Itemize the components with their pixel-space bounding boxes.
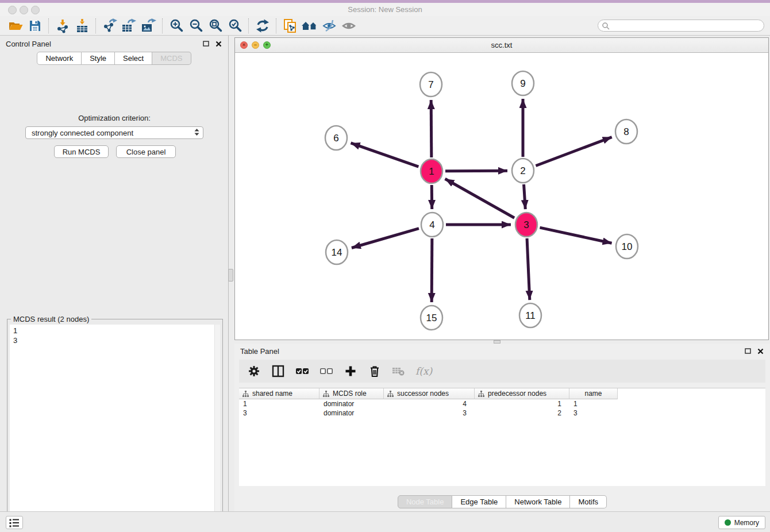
tab-network-table[interactable]: Network Table xyxy=(506,495,570,508)
node-2[interactable]: 2 xyxy=(512,159,534,183)
zoom-selected-button[interactable] xyxy=(225,17,245,34)
table-toolbar: f(x) xyxy=(239,360,765,383)
tab-node-table[interactable]: Node Table xyxy=(398,495,453,508)
optimization-criterion-label: Optimization criterion: xyxy=(0,114,229,122)
column-type-icon xyxy=(323,391,329,397)
column-label: MCDS role xyxy=(333,390,367,398)
close-panel-button[interactable]: Close panel xyxy=(116,145,176,158)
node-11[interactable]: 11 xyxy=(519,303,541,327)
network-window-titlebar[interactable]: × − + scc.txt xyxy=(235,38,768,53)
tab-motifs[interactable]: Motifs xyxy=(570,495,607,508)
node-4[interactable]: 4 xyxy=(421,213,443,237)
tab-style[interactable]: Style xyxy=(82,52,115,65)
window-title: Session: New Session xyxy=(0,3,770,16)
trash-icon xyxy=(368,364,382,378)
save-session-button[interactable] xyxy=(25,17,45,34)
table-cell: 4 xyxy=(384,400,475,408)
tab-select[interactable]: Select xyxy=(115,52,152,65)
table-tabs: Node TableEdge TableNetwork TableMotifs xyxy=(398,495,607,508)
close-table-panel-icon[interactable] xyxy=(756,347,764,355)
column-header-name[interactable]: name xyxy=(569,388,618,399)
save-disk-icon xyxy=(28,19,42,33)
toolbar-separator xyxy=(48,18,49,33)
edge-4-15[interactable] xyxy=(432,238,432,302)
tab-mcds[interactable]: MCDS xyxy=(152,52,191,65)
edge-1-2[interactable] xyxy=(445,171,507,171)
node-table[interactable]: shared nameMCDS rolesuccessor nodesprede… xyxy=(239,388,765,486)
hide-all-columns-button[interactable] xyxy=(319,364,333,378)
column-header-mcds-role[interactable]: MCDS role xyxy=(319,388,384,399)
network-window-title: scc.txt xyxy=(235,41,768,49)
table-settings-button[interactable] xyxy=(247,364,261,378)
column-header-successor-nodes[interactable]: successor nodes xyxy=(384,388,475,399)
zoom-out-button[interactable] xyxy=(186,17,206,34)
edge-2-3[interactable] xyxy=(524,184,526,209)
home-button[interactable] xyxy=(300,17,319,34)
node-1[interactable]: 1 xyxy=(421,159,442,183)
edge-4-14[interactable] xyxy=(352,229,419,248)
show-all-columns-button[interactable] xyxy=(295,364,309,378)
import-table-button[interactable] xyxy=(72,17,92,34)
duplicate-network-button[interactable] xyxy=(280,17,300,34)
search-box[interactable] xyxy=(598,20,764,32)
hide-panel-button[interactable] xyxy=(319,17,339,34)
add-column-button[interactable] xyxy=(344,364,357,378)
node-3[interactable]: 3 xyxy=(515,213,537,237)
export-table-button[interactable] xyxy=(120,17,139,34)
zoom-fit-button[interactable] xyxy=(206,17,225,34)
edge-3-11[interactable] xyxy=(527,238,530,300)
export-network-button[interactable] xyxy=(100,17,120,34)
node-label: 1 xyxy=(429,166,434,177)
result-scrollbar[interactable] xyxy=(214,325,220,532)
node-label: 3 xyxy=(523,219,529,230)
edge-3-1[interactable] xyxy=(445,179,515,218)
export-image-button[interactable] xyxy=(139,17,159,34)
table-cell: 1 xyxy=(239,400,319,408)
split-columns-button[interactable] xyxy=(271,364,285,378)
refresh-layout-button[interactable] xyxy=(253,17,272,34)
optimization-criterion-select[interactable]: strongly connected component xyxy=(25,126,203,139)
edge-1-7[interactable] xyxy=(431,100,432,157)
open-folder-icon xyxy=(8,19,23,33)
zoom-selected-icon xyxy=(228,18,242,33)
edge-3-10[interactable] xyxy=(540,228,611,243)
table-header-row: shared nameMCDS rolesuccessor nodesprede… xyxy=(239,388,765,399)
column-header-shared-name[interactable]: shared name xyxy=(239,388,319,399)
task-history-button[interactable] xyxy=(6,516,23,529)
column-type-icon xyxy=(478,391,484,397)
float-table-panel-icon[interactable] xyxy=(744,347,752,355)
memory-button[interactable]: Memory xyxy=(718,516,765,529)
node-8[interactable]: 8 xyxy=(615,119,637,144)
edge-1-6[interactable] xyxy=(351,143,418,167)
table-row[interactable]: 3dominator323 xyxy=(239,408,765,418)
zoom-in-button[interactable] xyxy=(167,17,186,34)
tab-edge-table[interactable]: Edge Table xyxy=(452,495,506,508)
column-header-predecessor-nodes[interactable]: predecessor nodes xyxy=(475,388,569,399)
node-6[interactable]: 6 xyxy=(325,126,347,150)
split-columns-icon xyxy=(271,364,285,378)
column-label: predecessor nodes xyxy=(488,390,546,398)
column-type-icon xyxy=(242,391,249,397)
run-mcds-button[interactable]: Run MCDS xyxy=(54,145,109,158)
toolbar-separator xyxy=(162,18,163,33)
show-panel-button[interactable] xyxy=(339,17,359,34)
vertical-splitter-handle[interactable] xyxy=(228,269,233,282)
node-14[interactable]: 14 xyxy=(326,240,348,264)
mcds-result-textarea[interactable]: 13 xyxy=(10,325,220,532)
node-10[interactable]: 10 xyxy=(616,234,638,259)
open-file-button[interactable] xyxy=(6,17,25,34)
delete-table-button xyxy=(392,365,405,377)
tab-network[interactable]: Network xyxy=(37,52,82,65)
edge-2-8[interactable] xyxy=(536,137,611,166)
node-7[interactable]: 7 xyxy=(420,72,442,97)
node-15[interactable]: 15 xyxy=(421,306,442,330)
float-panel-icon[interactable] xyxy=(202,40,210,48)
close-panel-icon[interactable] xyxy=(214,40,222,48)
node-9[interactable]: 9 xyxy=(512,71,534,95)
delete-table-icon xyxy=(392,365,405,377)
search-input[interactable] xyxy=(610,21,764,31)
delete-column-button[interactable] xyxy=(368,364,382,378)
network-canvas[interactable]: 1234678910111415 xyxy=(235,53,768,340)
table-row[interactable]: 1dominator411 xyxy=(239,399,765,408)
import-network-button[interactable] xyxy=(53,17,72,34)
